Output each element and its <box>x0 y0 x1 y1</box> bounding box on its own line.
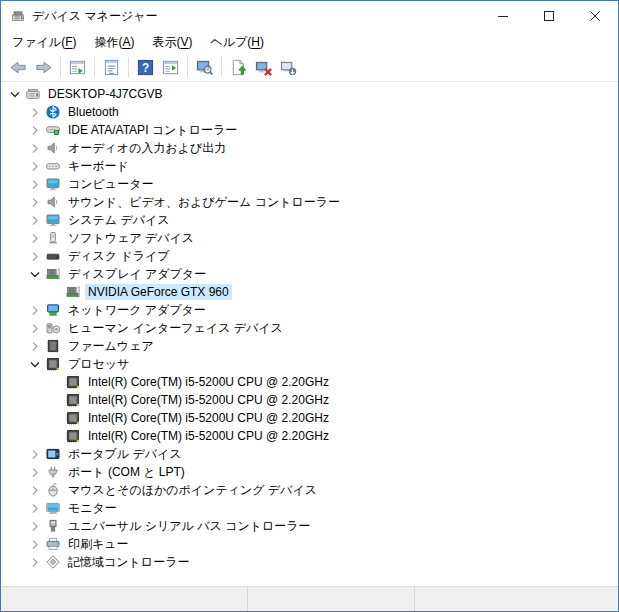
tree-item-keyboards[interactable]: キーボード <box>1 157 618 175</box>
tree-item-label: Intel(R) Core(TM) i5-5200U CPU @ 2.20GHz <box>85 410 332 426</box>
tree-item-computer-root[interactable]: DESKTOP-4J7CGVB <box>1 85 618 103</box>
tree-item-label: Intel(R) Core(TM) i5-5200U CPU @ 2.20GHz <box>85 374 332 390</box>
processor-icon <box>65 410 81 426</box>
chevron-right-icon[interactable] <box>27 194 43 210</box>
arrow-right-icon <box>34 58 53 77</box>
tree-item-label: システム デバイス <box>65 211 173 230</box>
chevron-right-icon[interactable] <box>27 446 43 462</box>
processor-icon <box>65 428 81 444</box>
chevron-right-icon[interactable] <box>27 176 43 192</box>
caption-controls <box>480 1 618 31</box>
port-icon <box>45 464 61 480</box>
chevron-right-icon[interactable] <box>27 500 43 516</box>
tree-item-firmware[interactable]: ファームウェア <box>1 337 618 355</box>
minimize-button[interactable] <box>480 1 526 31</box>
chevron-right-icon[interactable] <box>27 518 43 534</box>
portable-device-icon <box>45 446 61 462</box>
help-button[interactable]: ? <box>133 55 158 79</box>
tree-item-label: サウンド、ビデオ、およびゲーム コントローラー <box>65 193 343 212</box>
tree-item-ports-com-lpt[interactable]: ポート (COM と LPT) <box>1 463 618 481</box>
chevron-right-icon[interactable] <box>27 338 43 354</box>
chevron-right-icon[interactable] <box>27 158 43 174</box>
tree-item-processor-3[interactable]: Intel(R) Core(TM) i5-5200U CPU @ 2.20GHz <box>1 427 618 445</box>
chevron-placeholder <box>47 284 63 300</box>
properties-button[interactable] <box>99 55 124 79</box>
toolbar-separator <box>187 57 188 77</box>
chevron-down-icon[interactable] <box>27 356 43 372</box>
chevron-right-icon[interactable] <box>27 464 43 480</box>
tree-item-system-devices[interactable]: システム デバイス <box>1 211 618 229</box>
tree-item-label: 印刷キュー <box>65 535 132 554</box>
menu-f[interactable]: ファイル(F) <box>3 32 85 53</box>
scan-hardware-changes-button[interactable] <box>276 55 301 79</box>
menu-a[interactable]: 操作(A) <box>85 32 143 53</box>
tree-item-human-interface-devices[interactable]: ヒューマン インターフェイス デバイス <box>1 319 618 337</box>
hid-icon <box>45 320 61 336</box>
back-button[interactable] <box>6 55 31 79</box>
tree-item-processor-1[interactable]: Intel(R) Core(TM) i5-5200U CPU @ 2.20GHz <box>1 391 618 409</box>
tree-item-usb-controllers[interactable]: ユニバーサル シリアル バス コントローラー <box>1 517 618 535</box>
chevron-right-icon[interactable] <box>27 302 43 318</box>
tree-item-nvidia-geforce-gtx-960[interactable]: NVIDIA GeForce GTX 960 <box>1 283 618 301</box>
tree-item-processors[interactable]: プロセッサ <box>1 355 618 373</box>
tree-item-portable-devices[interactable]: ポータブル デバイス <box>1 445 618 463</box>
tree-item-bluetooth[interactable]: Bluetooth <box>1 103 618 121</box>
close-button[interactable] <box>572 1 618 31</box>
chevron-right-icon[interactable] <box>27 320 43 336</box>
tree-item-label: 記憶域コントローラー <box>65 553 192 572</box>
tree-item-audio-inputs-outputs[interactable]: オーディオの入力および出力 <box>1 139 618 157</box>
chevron-down-icon[interactable] <box>27 266 43 282</box>
toolbar-separator <box>221 57 222 77</box>
speaker-icon <box>45 140 61 156</box>
forward-button[interactable] <box>31 55 56 79</box>
chevron-right-icon[interactable] <box>27 248 43 264</box>
show-hide-console-tree-button[interactable] <box>65 55 90 79</box>
menu-h[interactable]: ヘルプ(H) <box>202 32 274 53</box>
tree-item-monitors[interactable]: モニター <box>1 499 618 517</box>
tree-item-label: ユニバーサル シリアル バス コントローラー <box>65 517 314 536</box>
chevron-right-icon[interactable] <box>27 212 43 228</box>
show-hide-action-pane-button[interactable] <box>158 55 183 79</box>
processor-icon <box>65 374 81 390</box>
computer-search-icon <box>195 58 214 77</box>
chevron-placeholder <box>47 428 63 444</box>
uninstall-device-button[interactable] <box>251 55 276 79</box>
update-driver-button[interactable] <box>226 55 251 79</box>
tree-item-label: マウスとそのほかのポインティング デバイス <box>65 481 320 500</box>
tree-item-label: ファームウェア <box>65 337 157 356</box>
tree-item-processor-0[interactable]: Intel(R) Core(TM) i5-5200U CPU @ 2.20GHz <box>1 373 618 391</box>
network-adapter-icon <box>45 302 61 318</box>
tree-item-computers[interactable]: コンピューター <box>1 175 618 193</box>
chevron-right-icon[interactable] <box>27 122 43 138</box>
search-devices-button[interactable] <box>192 55 217 79</box>
chevron-right-icon[interactable] <box>27 482 43 498</box>
chevron-right-icon[interactable] <box>27 554 43 570</box>
chevron-right-icon[interactable] <box>27 230 43 246</box>
statusbar <box>1 586 618 611</box>
tree-item-disk-drives[interactable]: ディスク ドライブ <box>1 247 618 265</box>
tree-item-print-queues[interactable]: 印刷キュー <box>1 535 618 553</box>
chevron-right-icon[interactable] <box>27 140 43 156</box>
computer-monitor-icon <box>45 176 61 192</box>
tree-item-software-devices[interactable]: ソフトウェア デバイス <box>1 229 618 247</box>
maximize-button[interactable] <box>526 1 572 31</box>
tree-item-network-adapters[interactable]: ネットワーク アダプター <box>1 301 618 319</box>
tree-item-ide-ata-atapi-controllers[interactable]: IDE ATA/ATAPI コントローラー <box>1 121 618 139</box>
tree-item-processor-2[interactable]: Intel(R) Core(TM) i5-5200U CPU @ 2.20GHz <box>1 409 618 427</box>
status-pane-2 <box>415 587 618 611</box>
toolbar: ? <box>1 53 618 82</box>
tree-item-label: ディスク ドライブ <box>65 247 173 266</box>
update-driver-icon <box>229 58 248 77</box>
tree-item-sound-video-game-controllers[interactable]: サウンド、ビデオ、およびゲーム コントローラー <box>1 193 618 211</box>
device-tree: DESKTOP-4J7CGVBBluetoothIDE ATA/ATAPI コン… <box>1 82 618 584</box>
tree-item-storage-controllers[interactable]: 記憶域コントローラー <box>1 553 618 571</box>
menu-v[interactable]: 表示(V) <box>143 32 201 53</box>
chevron-right-icon[interactable] <box>27 536 43 552</box>
chevron-down-icon[interactable] <box>7 86 23 102</box>
tree-item-label: プロセッサ <box>65 355 132 374</box>
tree-item-mice-pointing-devices[interactable]: マウスとそのほかのポインティング デバイス <box>1 481 618 499</box>
tree-item-display-adapters[interactable]: ディスプレイ アダプター <box>1 265 618 283</box>
tree-item-label: ポータブル デバイス <box>65 445 185 464</box>
chevron-right-icon[interactable] <box>27 104 43 120</box>
tree-item-label: ポート (COM と LPT) <box>65 463 188 482</box>
